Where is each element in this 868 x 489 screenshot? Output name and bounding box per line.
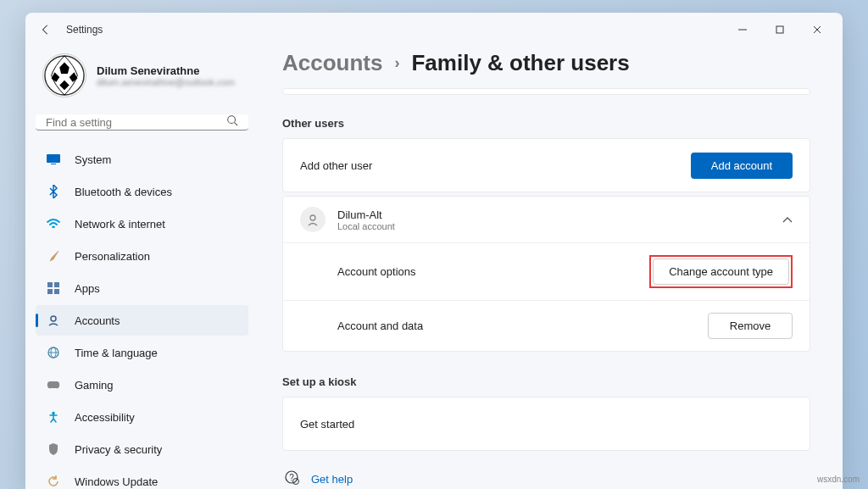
wifi-icon: [46, 216, 61, 231]
settings-window: Settings Dilum Senevirathne: [25, 13, 843, 489]
back-button[interactable]: [32, 16, 59, 43]
sidebar-item-label: Accounts: [75, 314, 120, 327]
sidebar-item-label: Apps: [75, 282, 100, 295]
sidebar-item-network[interactable]: Network & internet: [36, 208, 248, 239]
window-controls: [724, 16, 836, 43]
get-help-link[interactable]: Get help: [311, 473, 353, 486]
sidebar-item-apps[interactable]: Apps: [36, 273, 248, 303]
change-account-type-button[interactable]: Change account type: [653, 258, 789, 285]
main-content: Accounts › Family & other users Other us…: [259, 47, 843, 489]
titlebar: Settings: [25, 13, 843, 47]
account-options-row: Account options Change account type: [283, 243, 810, 300]
user-card: Dilum-Alt Local account Account options …: [282, 196, 810, 352]
highlight-box: Change account type: [649, 255, 793, 288]
user-type: Local account: [337, 221, 395, 231]
sidebar-item-label: Privacy & security: [75, 443, 162, 456]
brush-icon: [46, 248, 61, 264]
sidebar-item-label: Bluetooth & devices: [75, 186, 172, 198]
kiosk-card[interactable]: Get started: [282, 397, 810, 451]
search-input[interactable]: [46, 116, 226, 129]
sidebar-item-label: Time & language: [75, 347, 158, 359]
svg-point-20: [310, 215, 315, 220]
shield-icon: [46, 442, 61, 457]
kiosk-label: Get started: [300, 418, 793, 431]
profile-name: Dilum Senevirathne: [97, 64, 235, 77]
profile-email: dilum.senevirathne@outlook.com: [97, 77, 235, 87]
sidebar-item-label: Gaming: [75, 379, 114, 392]
section-kiosk-heading: Set up a kiosk: [282, 375, 810, 388]
close-button[interactable]: [798, 16, 836, 43]
sidebar-item-time[interactable]: Time & language: [36, 337, 248, 368]
sidebar-item-gaming[interactable]: Gaming: [36, 370, 248, 400]
sidebar-item-system[interactable]: System: [36, 144, 248, 175]
sidebar-item-privacy[interactable]: Privacy & security: [36, 434, 248, 464]
breadcrumb: Accounts › Family & other users: [282, 50, 810, 76]
profile-block[interactable]: Dilum Senevirathne dilum.senevirathne@ou…: [36, 47, 248, 114]
watermark: wsxdn.com: [817, 475, 860, 484]
svg-line-8: [235, 123, 238, 126]
gaming-icon: [46, 377, 61, 392]
section-other-users-heading: Other users: [282, 117, 810, 130]
svg-point-15: [51, 316, 56, 321]
update-icon: [46, 474, 61, 489]
person-icon: [300, 207, 326, 232]
chevron-right-icon: ›: [394, 54, 399, 72]
help-icon: ?: [284, 470, 299, 488]
sidebar-item-accessibility[interactable]: Accessibility: [36, 402, 248, 432]
minimize-button[interactable]: [724, 16, 761, 43]
svg-rect-1: [776, 26, 783, 33]
globe-icon: [46, 345, 61, 360]
partial-card-top: [282, 88, 810, 95]
sidebar-item-update[interactable]: Windows Update: [36, 466, 248, 489]
bluetooth-icon: [46, 184, 61, 199]
sidebar-item-label: Network & internet: [75, 218, 165, 231]
chevron-up-icon: [782, 212, 793, 227]
account-options-label: Account options: [337, 265, 649, 278]
svg-rect-13: [47, 289, 53, 294]
nav-list: System Bluetooth & devices Network & int…: [36, 144, 248, 489]
account-data-label: Account and data: [337, 320, 708, 332]
add-account-button[interactable]: Add account: [691, 153, 793, 179]
help-row: ? Get help: [282, 463, 810, 489]
search-box[interactable]: [36, 114, 248, 131]
accounts-icon: [46, 313, 61, 328]
sidebar-item-label: Windows Update: [75, 475, 158, 488]
sidebar-item-label: Accessibility: [75, 411, 135, 424]
sidebar-item-accounts[interactable]: Accounts: [36, 305, 248, 336]
svg-rect-10: [51, 164, 56, 164]
sidebar-item-bluetooth[interactable]: Bluetooth & devices: [36, 176, 248, 207]
account-data-row: Account and data Remove: [283, 300, 810, 351]
breadcrumb-current: Family & other users: [411, 50, 629, 76]
breadcrumb-parent[interactable]: Accounts: [282, 50, 382, 76]
user-row[interactable]: Dilum-Alt Local account: [283, 197, 810, 242]
add-other-user-label: Add other user: [300, 159, 691, 172]
svg-point-7: [228, 116, 236, 124]
window-title: Settings: [66, 24, 103, 36]
search-icon: [226, 114, 238, 130]
svg-rect-11: [47, 282, 53, 287]
avatar: [42, 53, 86, 97]
sidebar-item-label: Personalization: [75, 250, 150, 263]
user-name: Dilum-Alt: [337, 208, 395, 221]
accessibility-icon: [46, 409, 61, 425]
remove-button[interactable]: Remove: [708, 313, 793, 339]
svg-rect-14: [54, 289, 59, 294]
maximize-button[interactable]: [761, 16, 798, 43]
add-user-card: Add other user Add account: [282, 138, 810, 192]
sidebar-item-label: System: [75, 153, 111, 166]
system-icon: [46, 152, 61, 167]
sidebar: Dilum Senevirathne dilum.senevirathne@ou…: [25, 47, 259, 489]
svg-rect-12: [54, 282, 59, 287]
apps-icon: [46, 281, 61, 296]
svg-text:?: ?: [289, 473, 294, 482]
svg-rect-9: [47, 154, 60, 163]
sidebar-item-personalization[interactable]: Personalization: [36, 241, 248, 271]
